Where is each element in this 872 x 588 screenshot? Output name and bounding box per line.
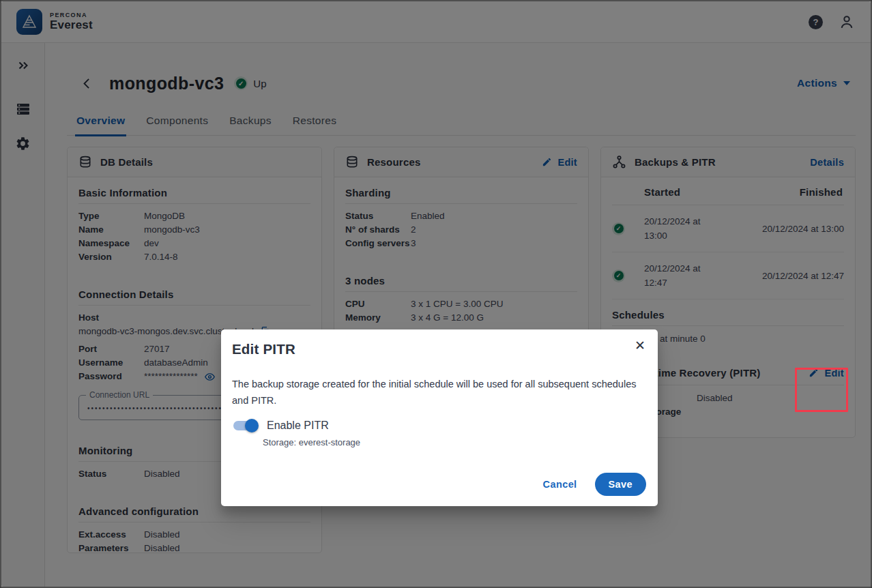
save-button[interactable]: Save [595, 473, 646, 496]
annotation-highlight-rect [795, 368, 848, 412]
modal-footer: Cancel Save [543, 473, 646, 496]
modal-title: Edit PITR [221, 329, 658, 357]
edit-pitr-modal: Edit PITR ✕ The backup storage created f… [221, 329, 658, 506]
storage-caption: Storage: everest-storage [263, 437, 658, 447]
close-icon[interactable]: ✕ [635, 339, 645, 352]
app-window: PERCONA Everest ? [0, 0, 872, 588]
enable-pitr-row: Enable PITR [232, 419, 658, 432]
cancel-button[interactable]: Cancel [543, 479, 577, 490]
modal-body-text: The backup storage created for the initi… [221, 376, 658, 409]
enable-pitr-toggle[interactable] [233, 421, 257, 430]
enable-pitr-label: Enable PITR [267, 420, 329, 432]
